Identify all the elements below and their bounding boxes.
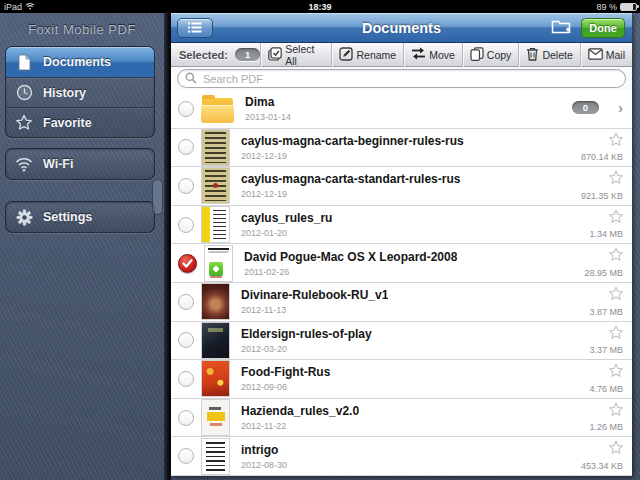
folder-thumbnail [202,98,233,122]
list-item-folder[interactable]: Dima 2013-01-14 0 › [171,90,632,129]
favorite-star-icon[interactable] [608,170,624,189]
file-thumbnail [202,168,229,203]
battery-icon [620,3,637,11]
select-checkbox-checked[interactable] [178,254,197,273]
select-checkbox[interactable] [178,332,194,348]
file-date: 2012-11-22 [241,421,359,431]
file-name: Divinare-Rulebook-RU_v1 [241,288,388,302]
select-checkbox[interactable] [178,217,194,233]
documents-panel: Documents Done Selected: 1 Select All [171,13,632,476]
file-date: 2013-01-14 [245,112,291,122]
select-all-button[interactable]: Select All [260,43,331,67]
sidebar-item-label: History [43,86,86,100]
file-size: 1.26 MB [589,422,623,432]
star-icon [15,114,33,132]
new-folder-button[interactable] [550,19,572,37]
select-checkbox[interactable] [178,294,194,310]
move-button[interactable]: Move [403,43,462,67]
file-date: 2012-01-20 [241,228,332,238]
mail-button[interactable]: Mail [580,43,632,67]
list-view-button[interactable] [177,18,213,38]
list-item[interactable]: caylus-magna-carta-standart-rules-rus 20… [171,167,632,206]
document-icon [15,53,33,71]
search-input[interactable] [201,72,618,86]
rename-icon [339,47,353,63]
select-checkbox[interactable] [178,448,194,464]
file-size: 3.87 MB [589,307,623,317]
done-button[interactable]: Done [581,18,625,38]
file-date: 2012-09-06 [241,382,330,392]
search-icon [185,70,197,88]
file-size: 870.14 KB [581,152,623,162]
panel-divider [164,13,171,480]
copy-icon [470,47,484,63]
favorite-star-icon[interactable] [608,440,624,459]
status-right: 89 % [596,2,637,12]
file-list: Dima 2013-01-14 0 › caylus-magna-carta-b… [171,90,632,476]
sidebar-item-documents[interactable]: Documents [6,47,154,77]
copy-button[interactable]: Copy [462,43,519,67]
select-checkbox[interactable] [178,410,194,426]
delete-button[interactable]: Delete [518,43,579,67]
sidebar-group-library: Documents History Favorite [5,46,155,138]
list-item[interactable]: Food-Fight-Rus 2012-09-06 4.76 MB [171,360,632,399]
toolbar-button-label: Delete [542,49,572,61]
favorite-star-icon[interactable] [608,247,624,266]
new-folder-icon [551,18,571,38]
sidebar-item-label: Documents [43,55,111,69]
list-item[interactable]: Divinare-Rulebook-RU_v1 2012-11-13 3.87 … [171,283,632,322]
file-size: 453.34 KB [581,461,623,471]
item-count-badge: 0 [572,101,599,114]
select-checkbox[interactable] [178,101,194,117]
sidebar-item-history[interactable]: History [6,77,154,107]
file-name: caylus_rules_ru [241,211,332,225]
file-size: 3.37 MB [589,345,623,355]
selection-toolbar: Selected: 1 Select All Rename Move Copy [171,43,632,67]
file-name: Eldersign-rules-of-play [241,327,372,341]
search-field-container [177,69,626,88]
file-thumbnail [202,284,229,319]
sidebar-scrollbar-thumb[interactable] [152,179,163,215]
sidebar-item-favorite[interactable]: Favorite [6,107,154,137]
list-item[interactable]: caylus-magna-carta-beginner-rules-rus 20… [171,129,632,168]
file-date: 2012-11-13 [241,305,388,315]
list-item-selected[interactable]: David Pogue-Mac OS X Leopard-2008 2011-0… [171,244,632,283]
file-name: caylus-magna-carta-beginner-rules-rus [241,134,464,148]
list-item[interactable]: Hazienda_rules_v2.0 2012-11-22 1.26 MB [171,399,632,438]
sidebar-group-settings: Settings [5,201,155,233]
selected-label: Selected: [179,49,228,61]
file-thumbnail [202,361,229,396]
list-item[interactable]: caylus_rules_ru 2012-01-20 1.34 MB [171,206,632,245]
favorite-star-icon[interactable] [608,132,624,151]
file-name: Dima [245,95,291,109]
favorite-star-icon[interactable] [608,286,624,305]
favorite-star-icon[interactable] [608,402,624,421]
select-checkbox[interactable] [178,178,194,194]
toolbar-button-label: Copy [487,49,512,61]
select-checkbox[interactable] [178,139,194,155]
file-name: intrigo [241,443,287,457]
navigation-bar: Documents Done [171,13,632,43]
file-date: 2012-08-30 [241,460,287,470]
favorite-star-icon[interactable] [608,209,624,228]
toolbar-button-label: Move [429,49,455,61]
toolbar-button-label: Rename [356,49,396,61]
app-screen: iPad 18:39 89 % Foxit Mobile PDF Documen… [0,0,640,480]
select-checkbox[interactable] [178,371,194,387]
clock-time: 18:39 [0,2,640,12]
file-thumbnail [202,207,229,242]
rename-button[interactable]: Rename [331,43,403,67]
favorite-star-icon[interactable] [608,363,624,382]
mail-icon [588,48,603,62]
file-size: 4.76 MB [589,384,623,394]
sidebar-item-wifi[interactable]: Wi-Fi [6,149,154,179]
toolbar-button-label: Select All [285,43,324,67]
chevron-right-icon: › [618,99,623,117]
sidebar-item-settings[interactable]: Settings [6,202,154,232]
favorite-star-icon[interactable] [608,325,624,344]
sidebar-item-label: Favorite [43,116,92,130]
file-date: 2012-12-19 [241,151,464,161]
file-name: caylus-magna-carta-standart-rules-rus [241,172,460,186]
list-item[interactable]: intrigo 2012-08-30 453.34 KB [171,437,632,476]
list-item[interactable]: Eldersign-rules-of-play 2012-03-20 3.37 … [171,322,632,361]
